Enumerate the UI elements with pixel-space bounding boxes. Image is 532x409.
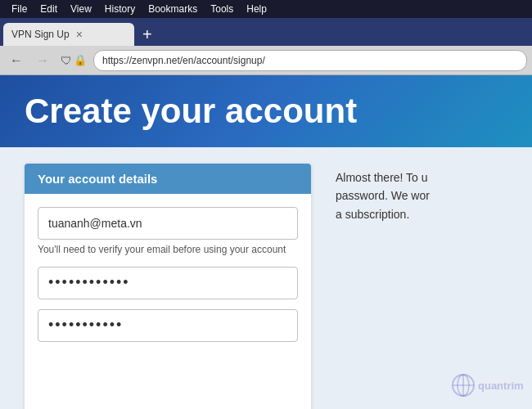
confirm-password-input[interactable]: [38, 309, 298, 342]
card-body: You'll need to verify your email before …: [25, 194, 311, 365]
lock-icon: 🔒: [74, 54, 87, 66]
back-button[interactable]: ←: [5, 49, 28, 72]
url-bar[interactable]: https://zenvpn.net/en/account/signup/: [93, 50, 527, 71]
aside-description: Almost there! To upassword. We wora subs…: [336, 164, 430, 409]
new-tab-button[interactable]: +: [134, 23, 160, 46]
email-hint: You'll need to verify your email before …: [38, 243, 298, 257]
security-icons: 🛡 🔒: [57, 54, 90, 67]
menu-history[interactable]: History: [98, 2, 142, 16]
menu-edit[interactable]: Edit: [34, 2, 64, 16]
menubar: File Edit View History Bookmarks Tools H…: [0, 0, 532, 18]
page-title: Create your account: [25, 92, 357, 130]
menu-view[interactable]: View: [64, 2, 98, 16]
page-content: Create your account Your account details…: [0, 75, 532, 409]
navbar: ← → 🛡 🔒 https://zenvpn.net/en/account/si…: [0, 46, 532, 75]
password-input[interactable]: [38, 267, 298, 299]
tab-title: VPN Sign Up: [11, 29, 70, 40]
card-header: Your account details: [25, 164, 311, 194]
email-input[interactable]: [38, 207, 298, 240]
active-tab[interactable]: VPN Sign Up ×: [3, 23, 134, 46]
menu-file[interactable]: File: [5, 2, 34, 16]
url-text: https://zenvpn.net/en/account/signup/: [102, 55, 265, 66]
menu-help[interactable]: Help: [240, 2, 273, 16]
shield-icon: 🛡: [61, 54, 72, 67]
page-header: Create your account: [0, 75, 532, 147]
tabbar: VPN Sign Up × +: [0, 18, 532, 46]
content-area: Your account details You'll need to veri…: [0, 147, 532, 409]
menu-tools[interactable]: Tools: [204, 2, 240, 16]
tab-close-button[interactable]: ×: [76, 29, 83, 40]
menu-bookmarks[interactable]: Bookmarks: [142, 2, 204, 16]
forward-button[interactable]: →: [31, 49, 54, 72]
account-details-card: Your account details You'll need to veri…: [25, 164, 311, 409]
